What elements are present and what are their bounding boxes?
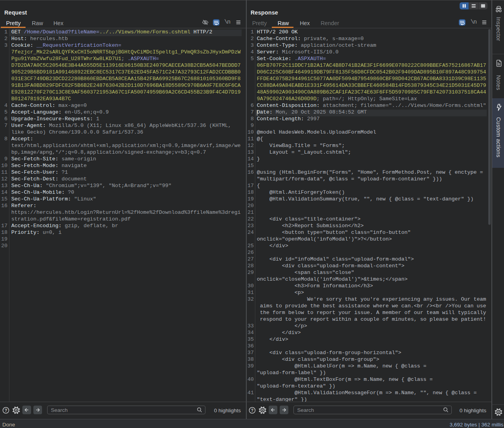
svg-text:?: ? [5,408,7,412]
svg-text:?: ? [251,408,253,412]
